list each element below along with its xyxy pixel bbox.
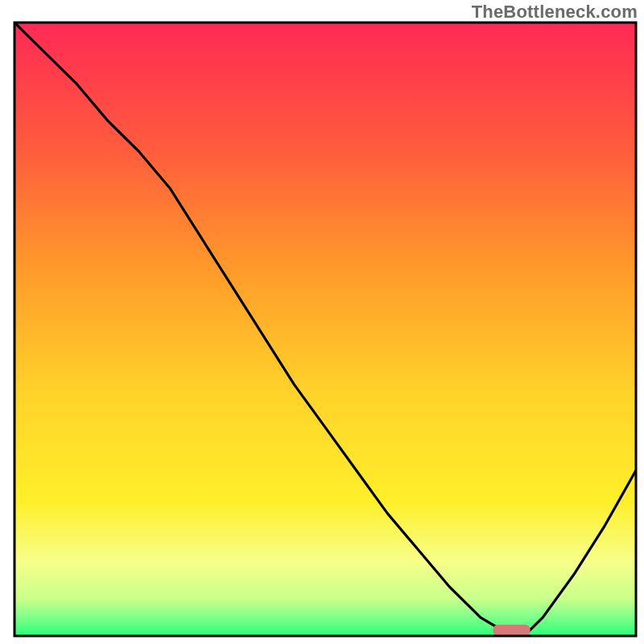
gradient-background	[14, 23, 636, 636]
optimal-marker	[493, 625, 530, 636]
chart-container: TheBottleneck.com	[0, 0, 644, 644]
bottleneck-chart	[0, 0, 644, 644]
